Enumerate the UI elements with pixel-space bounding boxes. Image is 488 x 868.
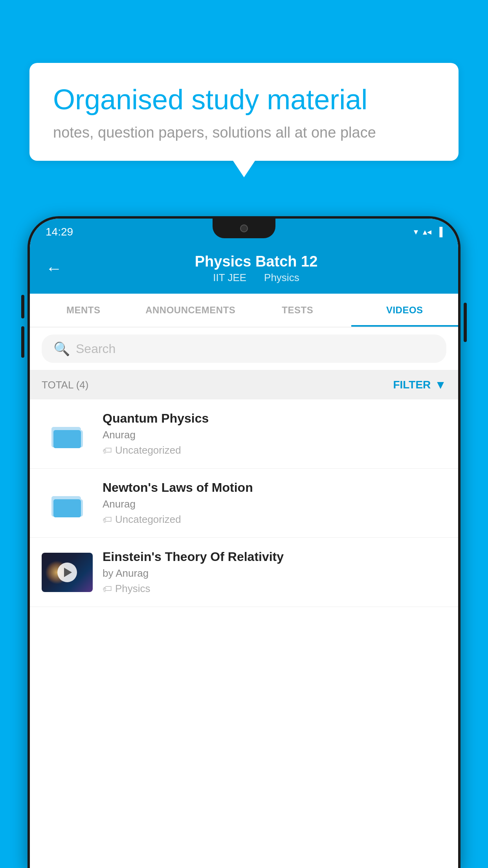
back-button[interactable]: ← xyxy=(46,260,62,277)
tag-icon: 🏷 xyxy=(103,514,112,525)
video-tag: 🏷 Uncategorized xyxy=(103,513,446,526)
tag-icon: 🏷 xyxy=(103,445,112,456)
camera-dot xyxy=(240,224,248,232)
search-bar[interactable]: 🔍 Search xyxy=(42,335,446,363)
subtitle-part1: IIT JEE xyxy=(213,272,246,283)
video-info: Einstein's Theory Of Relativity by Anura… xyxy=(103,550,446,595)
tag-label: Uncategorized xyxy=(115,444,181,456)
batch-subtitle: IIT JEE Physics xyxy=(70,272,442,284)
folder-icon-wrapper xyxy=(42,414,93,454)
folder-icon xyxy=(50,487,85,519)
tag-icon: 🏷 xyxy=(103,583,112,594)
vol-up-button xyxy=(21,295,24,318)
bubble-subtitle: notes, question papers, solutions all at… xyxy=(53,124,435,141)
play-triangle-icon xyxy=(64,568,72,577)
phone-inner: 14:29 ▾ ▴◂ ▐ ← Physics Batch 12 IIT JEE xyxy=(30,219,458,868)
filter-button[interactable]: FILTER ▼ xyxy=(393,378,446,392)
play-button[interactable] xyxy=(57,563,77,582)
filter-icon: ▼ xyxy=(435,378,446,392)
wifi-icon: ▾ xyxy=(414,227,418,237)
tab-ments[interactable]: MENTS xyxy=(30,294,137,327)
tab-tests[interactable]: TESTS xyxy=(244,294,351,327)
video-tag: 🏷 Physics xyxy=(103,583,446,595)
status-icons: ▾ ▴◂ ▐ xyxy=(414,227,442,237)
video-thumb-bg xyxy=(42,553,93,592)
tabs-bar: MENTS ANNOUNCEMENTS TESTS VIDEOS xyxy=(30,294,458,327)
video-author: Anurag xyxy=(103,498,446,510)
tag-label: Physics xyxy=(115,583,150,595)
search-icon: 🔍 xyxy=(53,341,70,357)
search-bar-container: 🔍 Search xyxy=(30,327,458,370)
video-author: by Anurag xyxy=(103,567,446,579)
signal-icon: ▴◂ xyxy=(423,227,431,237)
video-info: Quantum Physics Anurag 🏷 Uncategorized xyxy=(103,411,446,456)
phone-screen: 14:29 ▾ ▴◂ ▐ ← Physics Batch 12 IIT JEE xyxy=(30,219,458,868)
filter-bar: TOTAL (4) FILTER ▼ xyxy=(30,370,458,399)
tab-videos[interactable]: VIDEOS xyxy=(351,294,459,327)
video-tag: 🏷 Uncategorized xyxy=(103,444,446,456)
list-item[interactable]: Quantum Physics Anurag 🏷 Uncategorized xyxy=(30,399,458,469)
speech-bubble: Organised study material notes, question… xyxy=(29,63,459,161)
search-input[interactable]: Search xyxy=(76,342,116,356)
list-item[interactable]: Newton's Laws of Motion Anurag 🏷 Uncateg… xyxy=(30,469,458,538)
video-author: Anurag xyxy=(103,429,446,441)
total-count: TOTAL (4) xyxy=(42,379,88,391)
folder-icon xyxy=(50,418,85,450)
bubble-title: Organised study material xyxy=(53,83,435,116)
tab-announcements[interactable]: ANNOUNCEMENTS xyxy=(137,294,244,327)
tag-label: Uncategorized xyxy=(115,513,181,526)
filter-label: FILTER xyxy=(393,379,431,391)
video-info: Newton's Laws of Motion Anurag 🏷 Uncateg… xyxy=(103,480,446,526)
video-title: Newton's Laws of Motion xyxy=(103,480,446,495)
status-time: 14:29 xyxy=(46,226,73,238)
power-button xyxy=(464,303,467,342)
video-title: Einstein's Theory Of Relativity xyxy=(103,550,446,564)
video-thumbnail xyxy=(42,553,93,592)
folder-icon-wrapper xyxy=(42,484,93,523)
header-center: Physics Batch 12 IIT JEE Physics xyxy=(70,253,442,284)
battery-icon: ▐ xyxy=(436,227,442,237)
video-title: Quantum Physics xyxy=(103,411,446,426)
batch-title: Physics Batch 12 xyxy=(70,253,442,270)
subtitle-part2: Physics xyxy=(264,272,299,283)
phone-notch xyxy=(213,219,275,238)
video-list: Quantum Physics Anurag 🏷 Uncategorized xyxy=(30,399,458,868)
app-header: ← Physics Batch 12 IIT JEE Physics xyxy=(30,245,458,294)
list-item[interactable]: Einstein's Theory Of Relativity by Anura… xyxy=(30,538,458,607)
vol-down-button xyxy=(21,326,24,358)
screen-content: 14:29 ▾ ▴◂ ▐ ← Physics Batch 12 IIT JEE xyxy=(30,219,458,868)
phone-frame: 14:29 ▾ ▴◂ ▐ ← Physics Batch 12 IIT JEE xyxy=(28,216,460,868)
